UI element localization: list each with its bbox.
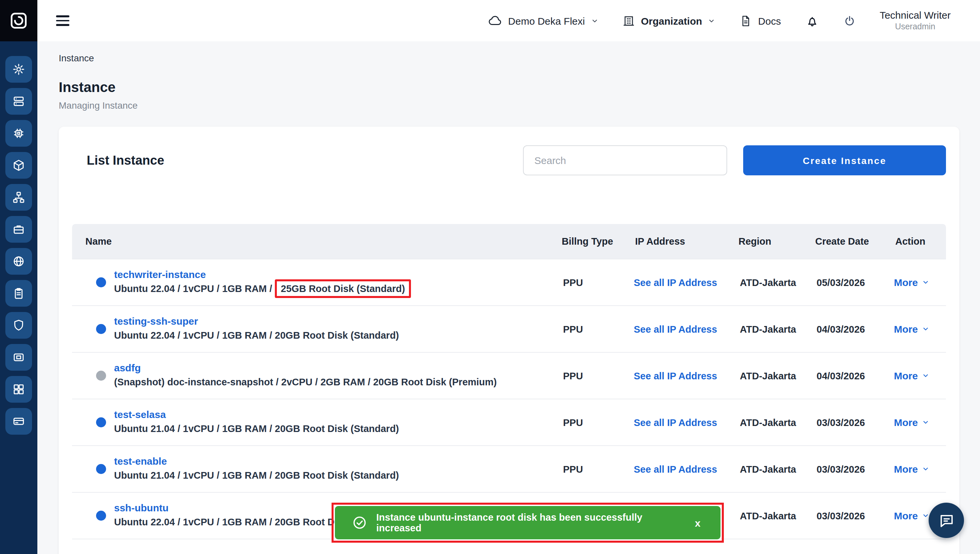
status-dot	[96, 277, 106, 287]
sidebar	[0, 0, 37, 554]
notifications-button[interactable]	[805, 14, 819, 28]
sidebar-item-globe[interactable]	[5, 248, 32, 275]
table-header-row: Name Billng Type IP Address Region Creat…	[72, 224, 946, 259]
see-all-ip-link[interactable]: See all IP Address	[634, 277, 717, 288]
sidebar-nav	[0, 41, 37, 435]
region-value: ATD-Jakarta	[731, 324, 807, 334]
success-toast: Instance ubuntu-instance root disk has b…	[335, 506, 720, 539]
table-row: techwriter-instance Ubuntu 22.04 / 1vCPU…	[72, 259, 946, 305]
chevron-down-icon	[708, 17, 715, 24]
more-button[interactable]: More	[894, 417, 929, 428]
sidebar-item-registry[interactable]	[5, 376, 32, 403]
see-all-ip-link[interactable]: See all IP Address	[634, 417, 717, 428]
user-info[interactable]: Technical Writer Useradmin	[879, 10, 951, 32]
docs-label: Docs	[758, 15, 781, 26]
status-dot	[96, 464, 106, 474]
sidebar-item-briefcase[interactable]	[5, 216, 32, 243]
create-date-value: 04/03/2026	[807, 370, 887, 381]
instance-spec: Ubuntu 22.04 / 1vCPU / 1GB RAM / 25GB Ro…	[114, 283, 411, 296]
region-value: ATD-Jakarta	[731, 370, 807, 381]
instance-spec: Ubuntu 21.04 / 1vCPU / 1GB RAM / 20GB Ro…	[114, 469, 399, 482]
see-all-ip-link[interactable]: See all IP Address	[634, 464, 717, 474]
breadcrumb: Instance	[59, 41, 959, 63]
more-button[interactable]: More	[894, 323, 929, 335]
organization-selector[interactable]: Organization	[622, 14, 715, 27]
page-content: Instance Instance Managing Instance List…	[37, 41, 980, 554]
status-dot	[96, 511, 106, 521]
table-row: test-enable Ubuntu 21.04 / 1vCPU / 1GB R…	[72, 445, 946, 492]
server-icon	[12, 95, 26, 108]
more-button[interactable]: More	[894, 510, 929, 521]
organization-label: Organization	[641, 15, 702, 26]
more-button[interactable]: More	[894, 463, 929, 474]
instance-spec: Ubuntu 22.04 / 1vCPU / 1GB RAM / 20GB Ro…	[114, 330, 399, 342]
region-value: ATD-Jakarta	[731, 510, 807, 521]
search-input[interactable]	[523, 145, 727, 175]
sidebar-item-frame[interactable]	[5, 344, 32, 371]
more-button[interactable]: More	[894, 277, 929, 288]
check-circle-icon	[352, 515, 367, 530]
see-all-ip-link[interactable]: See all IP Address	[634, 370, 717, 381]
billing-type-value: PPU	[554, 417, 627, 428]
chat-fab-button[interactable]	[929, 503, 964, 538]
instance-name-link[interactable]: testing-ssh-super	[114, 315, 399, 327]
create-instance-button[interactable]: Create Instance	[743, 145, 946, 175]
sidebar-item-cpu[interactable]	[5, 120, 32, 146]
see-all-ip-link[interactable]: See all IP Address	[634, 324, 717, 334]
sidebar-item-server[interactable]	[5, 88, 32, 115]
chevron-down-icon	[591, 17, 598, 24]
topbar: Demo Deka Flexi Organization	[37, 0, 980, 41]
brand-logo[interactable]	[0, 0, 37, 41]
status-dot	[96, 371, 106, 380]
create-date-value: 04/03/2026	[807, 324, 887, 334]
shield-icon	[12, 319, 26, 332]
chevron-down-icon	[922, 279, 929, 286]
list-title: List Instance	[87, 153, 523, 168]
toast-message: Instance ubuntu-instance root disk has b…	[376, 512, 683, 533]
sidebar-item-network[interactable]	[5, 184, 32, 211]
building-icon	[622, 14, 635, 27]
cloud-icon	[488, 14, 502, 28]
chevron-down-icon	[922, 325, 929, 333]
briefcase-icon	[12, 223, 26, 236]
more-button[interactable]: More	[894, 370, 929, 381]
sidebar-item-shield[interactable]	[5, 312, 32, 339]
status-dot	[96, 324, 106, 334]
brand-logo-icon	[9, 11, 29, 31]
page-subtitle: Managing Instance	[59, 100, 959, 111]
sidebar-item-clipboard[interactable]	[5, 280, 32, 307]
logout-button[interactable]	[843, 14, 856, 27]
page-title: Instance	[59, 80, 959, 96]
more-label: More	[894, 510, 918, 521]
card-icon	[12, 415, 26, 428]
topbar-right: Demo Deka Flexi Organization	[488, 10, 951, 32]
billing-type-value: PPU	[554, 277, 627, 288]
more-label: More	[894, 277, 918, 288]
hamburger-menu-button[interactable]	[53, 13, 72, 29]
sidebar-item-storage[interactable]	[5, 408, 32, 435]
highlight-annotation-box: 25GB Root Disk (Standard)	[275, 279, 411, 298]
more-label: More	[894, 463, 918, 474]
instance-name-link[interactable]: asdfg	[114, 362, 497, 373]
docs-link[interactable]: Docs	[739, 14, 781, 27]
instance-spec: (Snapshot) doc-instance-snapshot / 2vCPU…	[114, 376, 497, 389]
header-create-date: Create Date	[807, 236, 887, 247]
table-row: asdfg (Snapshot) doc-instance-snapshot /…	[72, 352, 946, 399]
gear-icon	[12, 63, 26, 76]
project-selector[interactable]: Demo Deka Flexi	[488, 14, 598, 28]
chevron-down-icon	[922, 372, 929, 379]
spec-text: Ubuntu 22.04 / 1vCPU / 1GB RAM /	[114, 283, 275, 294]
table-row: testing-ssh-super Ubuntu 22.04 / 1vCPU /…	[72, 305, 946, 352]
globe-icon	[12, 255, 26, 268]
instance-name-link[interactable]: test-enable	[114, 455, 399, 466]
instance-name-link[interactable]: techwriter-instance	[114, 269, 411, 280]
grid-icon	[12, 383, 26, 396]
toast-close-button[interactable]: x	[692, 517, 703, 529]
chevron-down-icon	[922, 465, 929, 473]
sidebar-item-package[interactable]	[5, 152, 32, 179]
create-date-value: 03/03/2026	[807, 510, 887, 521]
more-label: More	[894, 370, 918, 381]
instance-name-link[interactable]: test-selasa	[114, 409, 399, 420]
header-action: Action	[887, 236, 946, 247]
sidebar-item-compute[interactable]	[5, 56, 32, 83]
